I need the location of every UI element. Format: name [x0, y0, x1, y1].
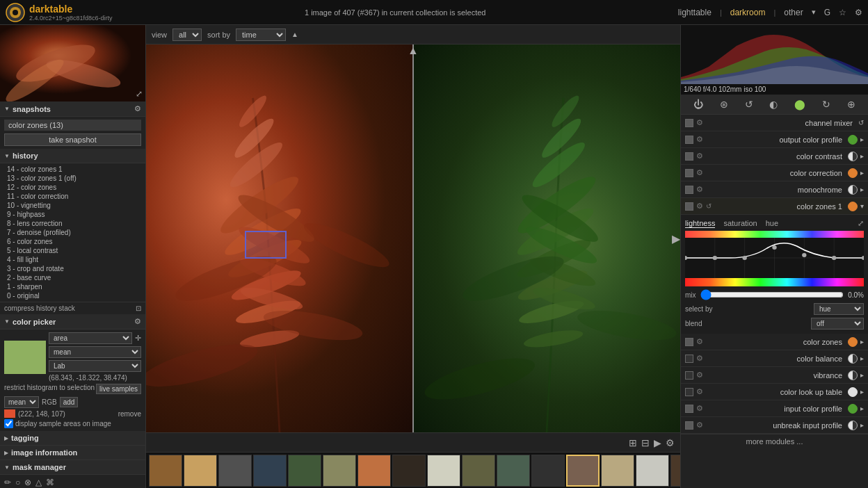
history-item-5[interactable]: 9 - highpass [4, 210, 141, 219]
filmstrip-thumb-2[interactable] [218, 455, 252, 487]
remove-sample-link[interactable]: remove [118, 410, 141, 418]
color-contrast-settings-icon[interactable]: ⚙ [696, 152, 703, 161]
color-correction-settings-icon[interactable]: ⚙ [696, 168, 703, 177]
history-item-4[interactable]: 10 - vignetting [4, 201, 141, 210]
snapshot-item[interactable]: color zones (13) [4, 120, 141, 131]
split-arrow-right-icon[interactable]: ▶ [672, 232, 680, 245]
color-contrast-toggle[interactable] [685, 152, 693, 161]
history-item-14[interactable]: 0 - original [4, 291, 141, 300]
color-zones-arrow-icon[interactable]: ▸ [860, 338, 864, 345]
color-picker-header[interactable]: ▼ color picker ⚙ [0, 314, 145, 330]
vibrance-settings-icon[interactable]: ⚙ [696, 371, 703, 380]
history-item-12[interactable]: 2 - base curve [4, 273, 141, 282]
nav-darkroom[interactable]: darkroom [730, 8, 766, 17]
module-reset-icon[interactable]: ↺ [744, 97, 755, 111]
mask-path-icon[interactable]: △ [35, 478, 42, 487]
color-balance-settings-icon[interactable]: ⚙ [696, 354, 703, 363]
output-color-profile-arrow-icon[interactable]: ▸ [860, 136, 864, 143]
color-lut-settings-icon[interactable]: ⚙ [696, 387, 703, 396]
filmstrip-thumb-7[interactable] [392, 455, 426, 487]
monochrome-settings-icon[interactable]: ⚙ [696, 185, 703, 194]
sort-select[interactable]: time filename rating [236, 29, 286, 41]
color-correction-toggle[interactable] [685, 169, 693, 177]
channel-mixer-arrow-icon[interactable]: ↺ [858, 119, 864, 127]
area-mode-select[interactable]: area point [49, 332, 132, 344]
display-sample-areas-checkbox[interactable] [4, 419, 13, 428]
history-item-10[interactable]: 4 - fill light [4, 255, 141, 264]
shortcut-gear[interactable]: ⚙ [855, 8, 862, 17]
unbreak-input-profile-settings-icon[interactable]: ⚙ [696, 421, 703, 430]
output-color-profile-settings-icon[interactable]: ⚙ [696, 135, 703, 144]
filmstrip-thumb-12[interactable] [566, 455, 600, 487]
history-item-11[interactable]: 3 - crop and rotate [4, 264, 141, 273]
cz-tab-saturation[interactable]: saturation [723, 219, 757, 228]
color-zones-1-toggle[interactable] [685, 202, 693, 211]
nav-dropdown-arrow[interactable]: ▾ [812, 8, 816, 17]
monochrome-arrow-icon[interactable]: ▸ [860, 186, 864, 193]
output-color-profile-toggle[interactable] [685, 136, 693, 144]
filmstrip-play-btn[interactable]: ▶ [654, 437, 661, 448]
expand-thumbnail-icon[interactable]: ⤢ [136, 89, 143, 99]
history-item-3[interactable]: 11 - color correction [4, 192, 141, 201]
color-zones-1-settings-icon[interactable]: ⚙ [696, 202, 703, 211]
filmstrip-thumb-10[interactable] [497, 455, 530, 487]
history-item-2[interactable]: 12 - color zones [4, 183, 141, 192]
view-select[interactable]: all [172, 29, 202, 41]
filmstrip-thumb-8[interactable] [427, 455, 460, 487]
live-samples-button[interactable]: live samples [96, 384, 141, 394]
filmstrip-thumb-5[interactable] [323, 455, 356, 487]
color-balance-toggle[interactable] [685, 355, 693, 363]
input-color-profile-toggle[interactable] [685, 405, 693, 413]
history-item-6[interactable]: 8 - lens correction [4, 219, 141, 228]
vibrance-arrow-icon[interactable]: ▸ [860, 371, 864, 379]
colorspace-select[interactable]: Lab RGB HSL [49, 360, 141, 372]
add-sample-button[interactable]: add [60, 397, 79, 407]
unbreak-input-profile-arrow-icon[interactable]: ▸ [860, 421, 864, 429]
shortcut-star[interactable]: ☆ [839, 8, 846, 17]
history-item-13[interactable]: 1 - sharpen [4, 282, 141, 291]
mask-pencil-icon[interactable]: ✏ [4, 478, 11, 487]
module-more-icon[interactable]: ⊕ [846, 97, 857, 111]
history-item-7[interactable]: 7 - denoise (profiled) [4, 228, 141, 237]
color-lut-toggle[interactable] [685, 388, 693, 396]
module-power-icon[interactable]: ⏻ [692, 97, 705, 111]
mask-brush-icon[interactable]: ⌘ [46, 478, 54, 487]
unbreak-input-profile-toggle[interactable] [685, 421, 693, 430]
color-correction-arrow-icon[interactable]: ▸ [860, 169, 864, 177]
image-information-header[interactable]: ▶ image information [0, 446, 145, 460]
stat-select[interactable]: mean [4, 396, 39, 408]
module-overexpose-icon[interactable]: ◐ [768, 97, 779, 111]
filmstrip-thumb-4[interactable] [288, 455, 321, 487]
tagging-header[interactable]: ▶ tagging [0, 431, 145, 446]
color-zones-settings-icon[interactable]: ⚙ [696, 337, 703, 346]
vibrance-toggle[interactable] [685, 371, 693, 380]
channel-mixer-toggle[interactable] [685, 119, 693, 127]
mask-manager-header[interactable]: ▼ mask manager [0, 460, 145, 475]
snapshots-header[interactable]: ▼ snapshots ⚙ [0, 101, 145, 117]
color-balance-arrow-icon[interactable]: ▸ [860, 355, 864, 362]
filmstrip-thumb-0[interactable] [149, 455, 182, 487]
cz-blend-select[interactable]: off normal parametric [811, 318, 864, 330]
history-item-9[interactable]: 5 - local contrast [4, 246, 141, 255]
filmstrip-settings-btn[interactable]: ⚙ [666, 437, 675, 448]
module-presets-icon[interactable]: ⊛ [718, 97, 730, 111]
mask-gradient-icon[interactable]: ⊗ [24, 478, 31, 487]
filmstrip-thumb-6[interactable] [357, 455, 391, 487]
shortcut-g[interactable]: G [824, 8, 830, 17]
module-gamut-icon[interactable]: ↻ [821, 97, 832, 111]
history-item-8[interactable]: 6 - color zones [4, 237, 141, 246]
color-zones-1-arrow-icon[interactable]: ▾ [860, 202, 864, 210]
filmstrip-thumb-14[interactable] [636, 455, 669, 487]
color-zones-1-reset-icon[interactable]: ↺ [706, 202, 712, 210]
cz-tab-lightness[interactable]: lightness [685, 219, 715, 228]
cz-mix-slider[interactable] [700, 289, 844, 300]
cz-tab-hue[interactable]: hue [766, 219, 778, 228]
filmstrip-thumb-15[interactable] [670, 455, 680, 487]
input-color-profile-arrow-icon[interactable]: ▸ [860, 405, 864, 412]
filmstrip-thumb-11[interactable] [531, 455, 565, 487]
history-header[interactable]: ▼ history [0, 149, 145, 163]
more-modules-btn[interactable]: more modules ... [681, 434, 868, 448]
filmstrip-thumb-9[interactable] [462, 455, 495, 487]
filmstrip-thumb-1[interactable] [184, 455, 217, 487]
color-contrast-arrow-icon[interactable]: ▸ [860, 152, 864, 160]
